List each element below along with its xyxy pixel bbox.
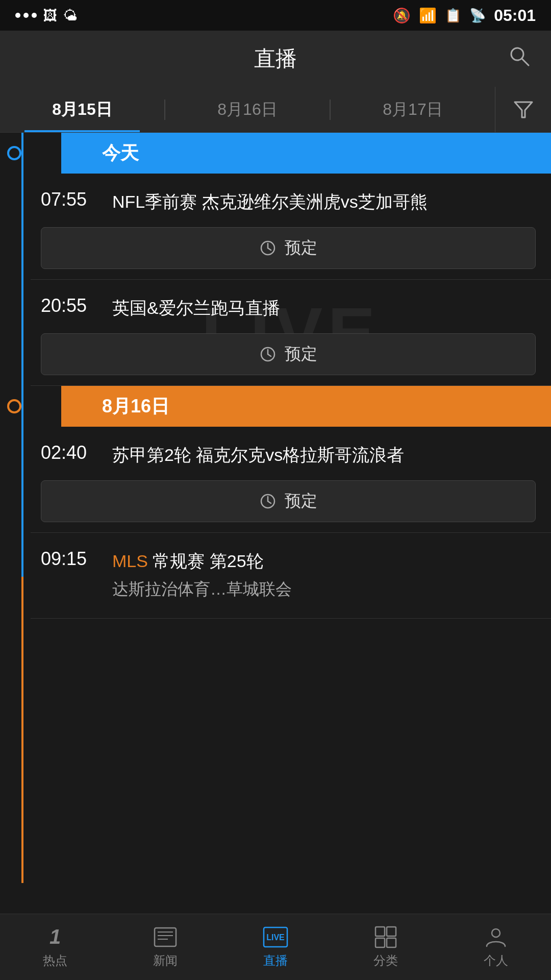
live-nav-icon: LIVE [262, 926, 289, 948]
nav-item-category[interactable]: 分类 [331, 914, 441, 980]
timeline-line-blue [21, 133, 23, 577]
filter-icon [513, 99, 534, 120]
svg-rect-18 [375, 927, 385, 936]
filter-button[interactable] [495, 87, 551, 132]
reserve-scottish-label: 预定 [285, 490, 317, 512]
date-tabs: 8月15日 8月16日 8月17日 [0, 87, 551, 133]
tab-aug17[interactable]: 8月17日 [331, 87, 495, 132]
event-nfl-time: 07:55 [41, 189, 112, 210]
svg-marker-2 [515, 102, 532, 117]
svg-point-22 [492, 929, 500, 937]
event-scottish-row: 02:40 苏甲第2轮 福克尔克vs格拉斯哥流浪者 [41, 442, 536, 468]
nav-label-profile: 个人 [484, 952, 508, 969]
section-aug16: 8月16日 02:40 苏甲第2轮 福克尔克vs格拉斯哥流浪者 预定 09:15 [31, 386, 551, 619]
section-header-aug16: 8月16日 [61, 386, 551, 427]
header: 直播 [0, 31, 551, 87]
svg-rect-12 [155, 928, 176, 946]
status-right: 🔕 📶 📋 📡 05:01 [393, 6, 536, 25]
reserve-scottish-button[interactable]: 预定 [41, 480, 536, 522]
event-scottish-time: 02:40 [41, 442, 112, 463]
status-bar: 🖼 🌤 🔕 📶 📋 📡 05:01 [0, 0, 551, 31]
nav-item-live[interactable]: LIVE 直播 [220, 914, 331, 980]
nav-item-profile[interactable]: 个人 [441, 914, 551, 980]
svg-line-8 [268, 354, 271, 356]
event-scottish-prem: 02:40 苏甲第2轮 福克尔克vs格拉斯哥流浪者 预定 [31, 427, 551, 533]
dot1 [15, 13, 20, 18]
nav-label-hot: 热点 [43, 952, 67, 969]
sim-icon: 📋 [445, 8, 461, 23]
search-button[interactable] [508, 45, 531, 72]
nav-item-news[interactable]: 新闻 [110, 914, 220, 980]
nav-label-category: 分类 [373, 952, 398, 969]
status-dots [15, 13, 37, 18]
mute-icon: 🔕 [393, 7, 411, 24]
reserve-nfl-label: 预定 [285, 237, 317, 259]
bottom-nav: 1 热点 新闻 LIVE 直播 [0, 914, 551, 980]
timeline-dot-aug16 [7, 399, 21, 413]
nav-label-live: 直播 [263, 952, 288, 969]
reserve-nfl-button[interactable]: 预定 [41, 227, 536, 269]
event-scottish-title: 苏甲第2轮 福克尔克vs格拉斯哥流浪者 [112, 442, 536, 468]
category-icon [374, 926, 397, 948]
event-horse-racing-row: 20:55 英国&爱尔兰跑马直播 [41, 295, 536, 321]
event-horse-racing: LIVE 20:55 英国&爱尔兰跑马直播 预定 [31, 280, 551, 386]
timeline-dot-today [7, 146, 21, 160]
svg-line-1 [522, 59, 529, 65]
clock-icon-3 [259, 493, 277, 510]
svg-line-11 [268, 501, 271, 503]
event-mls-title-line1: MLS 常规赛 第25轮 [112, 548, 536, 574]
event-mls-suffix: 常规赛 第25轮 [153, 551, 263, 571]
event-nfl: 07:55 NFL季前赛 杰克逊维尔美洲虎vs芝加哥熊 预定 [31, 174, 551, 280]
event-mls-subtitle: 达斯拉治体育…草城联会 [112, 578, 536, 601]
news-icon [153, 926, 178, 948]
hot-icon: 1 [44, 926, 66, 948]
svg-rect-19 [387, 927, 396, 936]
tab-aug16[interactable]: 8月16日 [165, 87, 330, 132]
clock-icon-1 [259, 239, 277, 257]
section-today: 今天 07:55 NFL季前赛 杰克逊维尔美洲虎vs芝加哥熊 预定 LIVE [31, 133, 551, 386]
event-mls-title-container: MLS 常规赛 第25轮 达斯拉治体育…草城联会 [112, 548, 536, 601]
status-left: 🖼 🌤 [15, 7, 78, 24]
weather-icon: 🌤 [63, 7, 78, 24]
status-time: 05:01 [494, 6, 536, 25]
nav-label-news: 新闻 [153, 952, 178, 969]
event-nfl-title: NFL季前赛 杰克逊维尔美洲虎vs芝加哥熊 [112, 189, 536, 215]
svg-text:LIVE: LIVE [266, 933, 285, 942]
svg-line-5 [268, 248, 271, 250]
profile-icon [485, 926, 507, 948]
nav-item-hot[interactable]: 1 热点 [0, 914, 110, 980]
tab-aug15[interactable]: 8月15日 [0, 87, 164, 132]
reserve-horse-label: 预定 [285, 343, 317, 365]
content-area: 今天 07:55 NFL季前赛 杰克逊维尔美洲虎vs芝加哥熊 预定 LIVE [0, 133, 551, 690]
section-header-today: 今天 [61, 133, 551, 174]
dot2 [23, 13, 29, 18]
signal-icon: 📡 [469, 8, 486, 23]
event-horse-racing-time: 20:55 [41, 295, 112, 316]
svg-rect-20 [375, 938, 385, 947]
photo-icon: 🖼 [43, 7, 57, 24]
event-mls-time: 09:15 [41, 548, 112, 570]
event-mls-row: 09:15 MLS 常规赛 第25轮 达斯拉治体育…草城联会 [41, 548, 536, 601]
svg-rect-21 [387, 938, 396, 947]
event-mls: 09:15 MLS 常规赛 第25轮 达斯拉治体育…草城联会 [31, 533, 551, 619]
page-title: 直播 [254, 44, 297, 73]
event-mls-prefix: MLS [112, 551, 148, 571]
event-horse-racing-title: 英国&爱尔兰跑马直播 [112, 295, 536, 321]
dot3 [32, 13, 37, 18]
event-nfl-row: 07:55 NFL季前赛 杰克逊维尔美洲虎vs芝加哥熊 [41, 189, 536, 215]
clock-icon-2 [259, 346, 277, 363]
timeline-line-orange [21, 577, 23, 883]
reserve-horse-button[interactable]: 预定 [41, 333, 536, 375]
wifi-icon: 📶 [419, 7, 437, 24]
